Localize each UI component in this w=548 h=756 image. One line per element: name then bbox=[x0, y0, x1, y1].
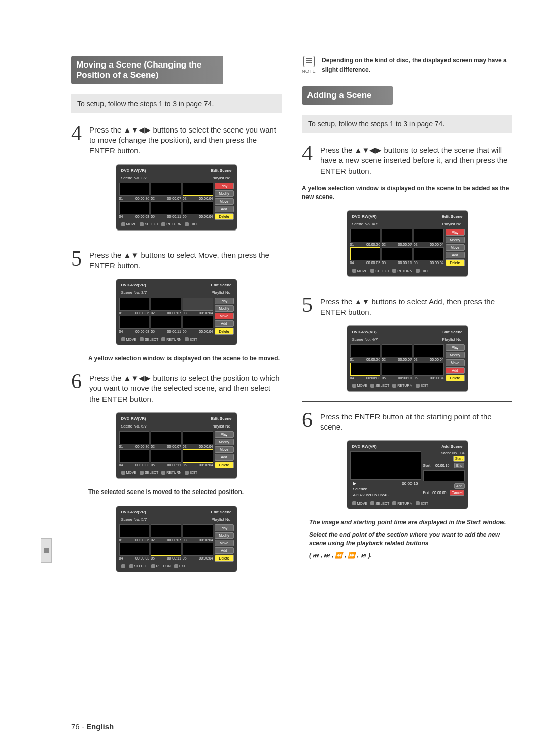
page-number: 76 - bbox=[71, 722, 86, 731]
step-4: 4 Press the ▲▼◀▶ buttons to select the s… bbox=[71, 124, 282, 156]
divider bbox=[302, 401, 512, 402]
step-number: 5 bbox=[71, 249, 86, 271]
setup-note: To setup, follow the steps 1 to 3 in pag… bbox=[71, 94, 282, 113]
dvd-edit-screen: DVD-RW(VR)Edit Scene Scene No. 4/7Playli… bbox=[347, 325, 468, 392]
step-number: 4 bbox=[71, 124, 86, 156]
step-number: 5 bbox=[302, 295, 317, 317]
step-text: Press the ▲▼◀▶ buttons to select the sce… bbox=[320, 144, 512, 176]
dvd-edit-screen: DVD-RW(VR)Edit Scene Scene No. 3/7Playli… bbox=[116, 279, 237, 345]
step-text: Press the ▲▼◀▶ buttons to select the sce… bbox=[89, 124, 282, 156]
dvd-edit-screen: DVD-RW(VR)Edit Scene Scene No. 6/7Playli… bbox=[116, 412, 237, 479]
note-line: The image and starting point time are di… bbox=[309, 518, 512, 527]
playback-buttons-note: ( ⏮ , ⏭ , ⏪ , ⏩ , ⏯ ). bbox=[309, 552, 372, 559]
dvd-add-scene-screen: DVD-RW(VR)Add Scene ▶00:00:15 Science AP… bbox=[347, 440, 468, 509]
step6-note: The selected scene is moved to the selec… bbox=[88, 488, 282, 497]
step-number: 6 bbox=[71, 372, 86, 404]
dvd-mode: DVD-RW(VR) bbox=[121, 168, 146, 173]
step-text: Press the ▲▼◀▶ buttons to select the pos… bbox=[89, 372, 282, 404]
step-text: Press the ▲▼ buttons to select Add, then… bbox=[320, 295, 512, 317]
dvd-edit-screen: DVD-RW(VR)Edit Scene Scene No. 5/7Playli… bbox=[116, 506, 237, 572]
note-text: Depending on the kind of disc, the displ… bbox=[322, 56, 512, 74]
step-6: 6 Press the ▲▼◀▶ buttons to select the p… bbox=[71, 372, 282, 404]
note-label: NOTE bbox=[302, 69, 316, 74]
step-text: Press the ▲▼ buttons to select Move, the… bbox=[89, 249, 282, 271]
adding-scene-header: Adding a Scene bbox=[302, 86, 393, 105]
setup-note: To setup, follow the steps 1 to 3 in pag… bbox=[302, 115, 512, 133]
note-icon bbox=[303, 56, 315, 67]
language-label: English bbox=[86, 722, 114, 731]
step6-notes: The image and starting point time are di… bbox=[309, 518, 512, 560]
step-5: 5 Press the ▲▼ buttons to select Add, th… bbox=[302, 295, 512, 317]
play-button: Play bbox=[215, 183, 234, 189]
note-line: Select the end point of the section wher… bbox=[309, 531, 512, 548]
dvd-title: Edit Scene bbox=[211, 168, 232, 173]
step5-note: A yellow selection window is displayed o… bbox=[88, 354, 282, 363]
step-4: 4 Press the ▲▼◀▶ buttons to select the s… bbox=[302, 144, 512, 176]
right-column: NOTE Depending on the kind of disc, the … bbox=[302, 56, 512, 581]
dvd-edit-screen: DVD-RW(VR)Edit Scene Scene No. 3/7Playli… bbox=[116, 164, 237, 231]
step-number: 6 bbox=[302, 411, 317, 433]
step-text: Press the ENTER button at the starting p… bbox=[320, 411, 512, 433]
note-callout: NOTE Depending on the kind of disc, the … bbox=[302, 56, 512, 74]
divider bbox=[71, 240, 282, 240]
divider bbox=[302, 286, 512, 286]
dvd-edit-screen: DVD-RW(VR)Edit Scene Scene No. 4/7Playli… bbox=[347, 210, 468, 277]
side-tab bbox=[41, 538, 52, 563]
step-6: 6 Press the ENTER button at the starting… bbox=[302, 411, 512, 433]
moving-scene-header: Moving a Scene (Changing the Position of… bbox=[71, 56, 223, 84]
left-column: Moving a Scene (Changing the Position of… bbox=[71, 56, 282, 581]
page-footer: 76 - English bbox=[71, 722, 114, 731]
step-5: 5 Press the ▲▼ buttons to select Move, t… bbox=[71, 249, 282, 271]
step4-note: A yellow selection window is displayed o… bbox=[302, 184, 512, 202]
step-number: 4 bbox=[302, 144, 317, 176]
